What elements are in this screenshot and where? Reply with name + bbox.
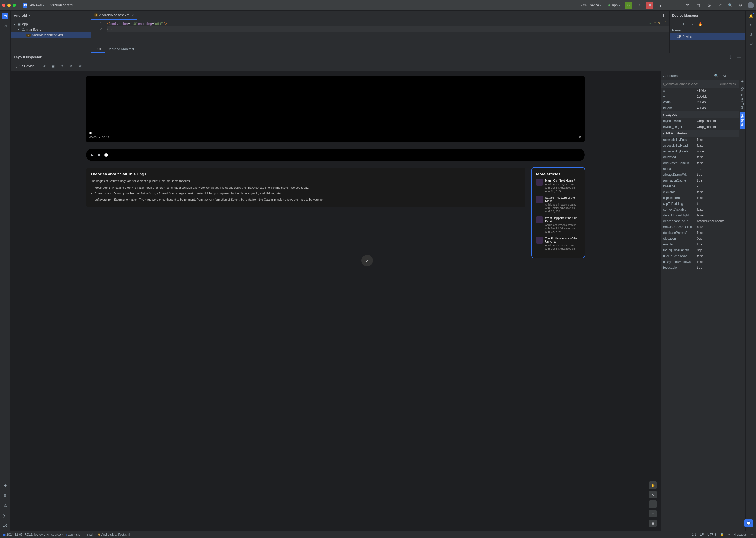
attribute-row[interactable]: alpha1.0 <box>661 166 739 172</box>
add-device-button[interactable]: ＋ <box>680 21 686 27</box>
breadcrumb-item[interactable]: M AndroidManifest.xml <box>97 533 130 536</box>
volume-slider[interactable] <box>104 155 580 155</box>
notifications-button[interactable]: 🔔 <box>748 13 754 19</box>
device-manager-button[interactable]: ▯ <box>748 31 754 37</box>
run-button[interactable]: ⟳ <box>625 2 632 9</box>
attribute-row[interactable]: alwaysDrawnWith…true <box>661 172 739 178</box>
tree-node-manifests[interactable]: ▾ 🗀 manifests <box>11 27 91 32</box>
attribute-row[interactable]: clickablefalse <box>661 189 739 195</box>
attribute-row[interactable]: animationCachetrue <box>661 178 739 184</box>
wifi-button[interactable]: ⏦ <box>689 21 695 27</box>
device-selector[interactable]: ▭ XR Device ▾ <box>577 2 603 8</box>
attribute-row[interactable]: duplicateParentSt…false <box>661 230 739 236</box>
attribute-row[interactable]: width288dp <box>661 99 739 105</box>
more-actions-button[interactable]: ⋮ <box>657 2 664 9</box>
memory-icon[interactable]: ▭ <box>750 533 753 536</box>
inspector-options[interactable]: ⋮ <box>727 54 734 60</box>
expand-icon[interactable]: ▾ <box>13 23 16 26</box>
play-icon[interactable]: ▶ <box>91 153 93 157</box>
component-tree-tab[interactable]: Component Tree <box>740 84 745 112</box>
project-panel-header[interactable]: Android ▾ <box>11 11 91 20</box>
video-seekbar[interactable] <box>89 133 582 134</box>
refresh-button[interactable]: ⟳ <box>77 63 83 69</box>
more-article-item[interactable]: Saturn: The Lord of the RingsArticle and… <box>536 196 580 213</box>
sub-tab-text[interactable]: Text <box>91 45 105 53</box>
attribute-row[interactable]: activatedfalse <box>661 154 739 160</box>
close-tab-icon[interactable]: × <box>132 13 134 17</box>
tree-node-manifest-file[interactable]: M AndroidManifest.xml <box>11 32 91 38</box>
attribute-row[interactable]: y1004dp <box>661 93 739 99</box>
more-tool-button[interactable]: ⋯ <box>2 33 9 39</box>
pair-device-button[interactable]: ⊞ <box>672 21 678 27</box>
profiler-button[interactable]: ◷ <box>705 2 713 9</box>
breadcrumb-item[interactable]: ▣ 2024-12-05_RC11_jetnews_xr_source <box>3 533 61 536</box>
pause-icon[interactable]: ⏸ <box>97 153 101 157</box>
search-button[interactable]: 🔍 <box>727 2 734 9</box>
attribute-row[interactable]: fitsSystemWindowsfalse <box>661 259 739 265</box>
search-attributes[interactable]: 🔍 <box>713 73 720 79</box>
rotate-button[interactable]: ⟲ <box>649 491 657 498</box>
expand-fab[interactable]: ⤢ <box>361 255 373 266</box>
zoom-out-button[interactable]: － <box>649 510 657 517</box>
breadcrumb-item[interactable]: src <box>76 533 80 536</box>
ai-assistant-button[interactable]: 💬 <box>744 519 753 527</box>
export-button[interactable]: ⇪ <box>59 63 65 69</box>
attribute-row[interactable]: fadingEdgeLength0dp <box>661 247 739 253</box>
settings-button[interactable]: ⚙ <box>737 2 744 9</box>
attributes-list[interactable]: x434dpy1004dpwidth288dpheight480dp▾Layou… <box>661 88 739 531</box>
attribute-row[interactable]: addStatesFromCh…false <box>661 160 739 166</box>
editor-tab-actions[interactable]: ⋮ <box>660 12 667 19</box>
sparkle-icon-button[interactable]: ✦ <box>739 78 746 84</box>
zoom-in-button[interactable]: ＋ <box>649 501 657 508</box>
readonly-icon[interactable]: 🔓 <box>720 533 724 536</box>
vcs-tool-button[interactable]: ⎇ <box>2 522 9 528</box>
attribute-row[interactable]: x434dp <box>661 88 739 93</box>
sync-button[interactable]: ⤓ <box>673 2 681 9</box>
editor-tab[interactable]: M AndroidManifest.xml × <box>91 11 137 20</box>
attribute-row[interactable]: drawingCacheQualitauto <box>661 224 739 230</box>
chevron-down-icon[interactable]: ˅ <box>665 21 666 25</box>
inspector-device-selector[interactable]: ▯ XR Device ▾ <box>14 63 38 69</box>
gear-icon[interactable]: ⚙ <box>579 135 582 139</box>
attribute-row[interactable]: accessibilityHeadi…false <box>661 143 739 148</box>
snapshot-button[interactable]: ▣ <box>50 63 56 69</box>
more-article-item[interactable]: Mars: Our Next Home?Article and images c… <box>536 179 580 193</box>
attribute-row[interactable]: filterTouchesWhe…false <box>661 253 739 259</box>
attribute-row[interactable]: contextClickablefalse <box>661 207 739 212</box>
attribute-row[interactable]: elevation0dp <box>661 236 739 242</box>
minimize-window-icon[interactable] <box>7 4 11 7</box>
attribute-row[interactable]: height480dp <box>661 105 739 111</box>
inspector-minimize[interactable]: — <box>736 54 742 60</box>
device-row[interactable]: XR Device <box>669 33 745 40</box>
attributes-tab[interactable]: Attributes <box>740 112 745 129</box>
collapse-attributes[interactable]: — <box>730 73 736 79</box>
line-ending[interactable]: LF <box>700 533 704 536</box>
layout-preview[interactable]: 00:00 • 00:17 ⚙ ▶ ⏸ <box>11 71 660 531</box>
breadcrumb[interactable]: ▣ 2024-12-05_RC11_jetnews_xr_source › ▢ … <box>3 533 130 536</box>
more-article-item[interactable]: What Happens if the Sun Dies?Article and… <box>536 216 580 234</box>
problems-tool-button[interactable]: ⚠ <box>2 502 9 509</box>
vcs-menu[interactable]: Version control ▾ <box>49 2 77 8</box>
attribute-row[interactable]: enabledtrue <box>661 242 739 247</box>
user-avatar[interactable] <box>747 2 754 9</box>
pan-button[interactable]: ✋ <box>649 481 657 489</box>
project-tree[interactable]: ▾ ▣ app ▾ 🗀 manifests M AndroidMan <box>11 20 91 53</box>
attribute-row[interactable]: focusabletrue <box>661 265 739 271</box>
editor-inspection-widget[interactable]: ✓ ⚠ 5 ˄ ˅ <box>649 21 666 25</box>
expand-icon[interactable]: ▾ <box>17 28 20 31</box>
sub-tab-merged[interactable]: Merged Manifest <box>105 45 138 53</box>
build-variants-button[interactable]: ⊞ <box>2 492 9 498</box>
caret-position[interactable]: 1:1 <box>692 533 696 536</box>
structure-tool-button[interactable]: ⌬ <box>2 23 9 29</box>
project-menu[interactable]: JN JetNews ▾ <box>21 2 46 9</box>
gradle-button[interactable]: ✧ <box>748 22 754 28</box>
code-editor[interactable]: 1 2 <?xml version="1.0" encoding="utf-8"… <box>91 20 669 45</box>
app-quality-button[interactable]: ▤ <box>695 2 702 9</box>
firebase-button[interactable]: 🔥 <box>697 21 703 27</box>
terminal-tool-button[interactable]: ❯_ <box>2 512 9 518</box>
tree-node-app[interactable]: ▾ ▣ app <box>11 21 91 27</box>
attribute-row[interactable]: descendantFocus…beforeDescendants <box>661 218 739 224</box>
attribute-section-header[interactable]: ▾Layout <box>661 111 739 118</box>
build-button[interactable]: ⚒ <box>684 2 691 9</box>
attribute-row[interactable]: clipChildrenfalse <box>661 195 739 201</box>
